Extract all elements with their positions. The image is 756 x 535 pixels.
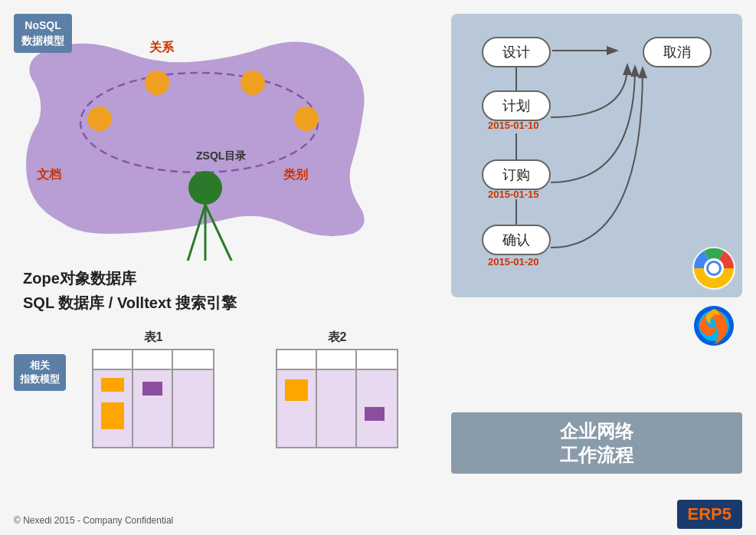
table1-col2 — [133, 370, 173, 447]
footer: © Nexedi 2015 - Company Confidential — [14, 515, 173, 526]
table2-col1-header — [277, 350, 317, 369]
blob-diagram — [15, 23, 383, 261]
table2-grid — [276, 349, 398, 448]
cell-block — [101, 378, 124, 392]
wf-queren-box: 确认 — [482, 225, 551, 255]
erp5-text: ERP5 — [688, 504, 732, 524]
zsql-label: ZSQL目录 — [196, 149, 246, 163]
firefox-icon — [691, 303, 737, 349]
table1-col3 — [173, 370, 213, 447]
table2-col2 — [317, 370, 357, 447]
workflow-inner: 设计 取消 计划 2015-01-10 订购 2015-01-15 确认 201… — [466, 29, 727, 282]
enterprise-line2: 工作流程 — [560, 445, 633, 465]
table1-title: 表1 — [92, 330, 214, 346]
nosql-label: NoSQL 数据模型 — [14, 14, 72, 53]
table2-diagram: 表2 — [276, 330, 398, 448]
svg-point-4 — [241, 71, 265, 95]
svg-point-5 — [294, 107, 319, 131]
svg-point-1 — [188, 171, 222, 205]
table2-col3-header — [357, 350, 397, 369]
table2-col3 — [357, 370, 397, 447]
wf-shiji-box: 设计 — [482, 37, 551, 67]
wf-dinggou-box: 订购 — [482, 159, 551, 190]
table2-title: 表2 — [276, 330, 398, 346]
table2-col2-header — [317, 350, 357, 369]
table-section: 表1 表2 — [92, 330, 398, 448]
table1-col1-header — [93, 350, 133, 369]
table1-grid — [92, 349, 214, 448]
wf-date3: 2015-01-20 — [488, 256, 539, 268]
related-line2: 指数模型 — [20, 373, 60, 385]
table1-body — [93, 370, 213, 447]
nosql-line1: NoSQL — [25, 19, 61, 31]
table2-col1 — [277, 370, 317, 447]
wf-date2: 2015-01-15 — [488, 189, 539, 200]
wendang-label: 文档 — [37, 167, 61, 183]
related-line1: 相关 — [30, 359, 50, 371]
enterprise-line1: 企业网络 — [560, 421, 633, 441]
cell-block-purple — [365, 407, 385, 421]
related-index-label: 相关 指数模型 — [14, 354, 66, 391]
cell-block — [285, 379, 308, 401]
svg-point-2 — [87, 107, 112, 131]
wf-quxiao-box: 取消 — [643, 37, 712, 67]
cell-block — [101, 402, 124, 429]
browser-icons — [691, 245, 737, 349]
table1-col1 — [93, 370, 133, 447]
erp5-logo: ERP5 — [677, 500, 743, 529]
svg-point-17 — [709, 263, 719, 274]
blob-svg — [15, 23, 383, 261]
table1-header — [93, 350, 213, 370]
table2-header — [277, 350, 397, 370]
table1-col3-header — [173, 350, 213, 369]
svg-point-3 — [145, 71, 169, 95]
chrome-icon — [691, 245, 737, 291]
cell-block-purple — [142, 382, 162, 396]
guanxi-label: 关系 — [149, 40, 174, 56]
wf-date1: 2015-01-10 — [488, 120, 539, 131]
enterprise-text: 企业网络 工作流程 — [560, 419, 633, 467]
nosql-line2: 数据模型 — [21, 34, 64, 47]
wf-jihua-box: 计划 — [482, 90, 551, 121]
enterprise-box: 企业网络 工作流程 — [451, 412, 742, 474]
leibie-label: 类别 — [283, 167, 308, 183]
zope-text: Zope对象数据库 — [23, 268, 136, 289]
sql-text: SQL 数据库 / Volltext 搜索引擎 — [23, 293, 237, 313]
table1-diagram: 表1 — [92, 330, 214, 448]
table1-col2-header — [133, 350, 173, 369]
table2-body — [277, 370, 397, 447]
